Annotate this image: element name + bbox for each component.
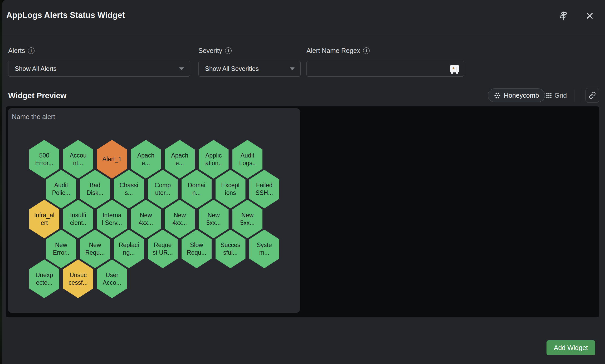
- alert-hexagon-label: ert: [41, 219, 48, 227]
- honeycomb-view-toggle[interactable]: Honeycomb: [488, 88, 545, 102]
- alert-hexagon[interactable]: BadDisk...: [80, 170, 110, 209]
- alert-hexagon-label: Error...: [35, 159, 53, 167]
- severity-dropdown-value: Show All Severities: [205, 65, 259, 72]
- alert-hexagon[interactable]: NewRequ...: [80, 230, 110, 268]
- alert-hexagon-label: ng...: [123, 249, 135, 257]
- alert-hexagon-label: sful...: [223, 249, 238, 257]
- alert-hexagon-label: 5xx...: [206, 219, 221, 227]
- alert-hexagon[interactable]: Computer...: [148, 170, 178, 209]
- alert-hexagon[interactable]: Unsuccessf...: [63, 259, 93, 298]
- grid-view-toggle[interactable]: Grid: [545, 88, 567, 102]
- alert-hexagon-label: Bad: [90, 181, 100, 189]
- widget-preview-panel: Name the alert 500Error...Account...Aler…: [8, 108, 300, 313]
- alert-hexagon-label: 5xx...: [240, 219, 255, 227]
- alert-hexagon-label: Accou: [70, 152, 87, 159]
- alert-hexagon-label: 4xx...: [139, 219, 153, 227]
- alert-hexagon-label: Applic: [205, 152, 222, 159]
- alert-hexagon-label: e...: [142, 159, 150, 167]
- alert-hexagon-label: User: [106, 271, 119, 279]
- alert-hexagon-label: n...: [192, 189, 201, 197]
- header-divider: [2, 34, 605, 34]
- alert-hexagon[interactable]: New4xx...: [165, 200, 195, 238]
- alerts-info-icon[interactable]: i: [28, 47, 35, 54]
- alert-hexagon-label: ecte...: [36, 279, 53, 287]
- severity-dropdown[interactable]: Show All Severities: [198, 61, 301, 77]
- alert-hexagon-label: New: [174, 211, 186, 219]
- alert-hexagon-label: l Serv...: [102, 219, 122, 227]
- alert-hexagon[interactable]: Insufficient..: [63, 200, 93, 238]
- alert-hexagon-label: Reque: [154, 241, 172, 249]
- alert-hexagon-label: e...: [175, 159, 184, 167]
- honeycomb-grid: 500Error...Account...Alert_1Apache...Apa…: [8, 108, 300, 313]
- severity-field: Severity i Show All Severities: [198, 47, 301, 77]
- alert-hexagon-label: uter...: [155, 189, 170, 197]
- alert-hexagon[interactable]: New5xx...: [232, 200, 262, 238]
- link-icon: [589, 92, 596, 99]
- link-button[interactable]: [586, 88, 599, 103]
- alert-hexagon-label: 500: [39, 152, 49, 159]
- alert-hexagon-label: ions: [225, 189, 236, 197]
- severity-info-icon[interactable]: i: [225, 47, 232, 54]
- add-widget-button[interactable]: Add Widget: [547, 340, 595, 355]
- alerts-dropdown[interactable]: Show All Alerts: [8, 61, 190, 77]
- alert-hexagon[interactable]: Replacing...: [114, 230, 144, 268]
- alert-hexagon-label: Alert_1: [103, 155, 122, 163]
- alert-hexagon-label: Unexp: [36, 271, 53, 279]
- alert-name-regex-field: Alert Name Regex i *|: [306, 47, 464, 77]
- alert-hexagon-label: New: [241, 211, 253, 219]
- alert-hexagon[interactable]: 500Error...: [29, 140, 59, 179]
- regex-icon[interactable]: *|: [450, 65, 459, 72]
- alert-hexagon[interactable]: Apache...: [165, 140, 195, 179]
- alert-hexagon[interactable]: Domain...: [182, 170, 212, 209]
- widget-layout-button[interactable]: [558, 10, 569, 22]
- alert-hexagon-label: Domai: [188, 181, 205, 189]
- alert-hexagon[interactable]: Application..: [199, 140, 229, 179]
- alert-hexagon[interactable]: Account...: [63, 140, 93, 179]
- alert-hexagon[interactable]: Exceptions: [216, 170, 246, 209]
- alert-hexagon-label: Unsuc: [70, 271, 87, 279]
- alert-hexagon-label: New: [55, 241, 67, 249]
- alert-name-regex-info-icon[interactable]: i: [363, 47, 370, 54]
- alert-hexagon-label: st UR...: [153, 249, 173, 257]
- alert-hexagon-label: Logs..: [239, 159, 256, 167]
- alert-hexagon[interactable]: System...: [249, 230, 279, 268]
- alert-hexagon[interactable]: UserAcco...: [97, 259, 127, 298]
- alerts-field: Alerts i Show All Alerts: [8, 47, 190, 77]
- honeycomb-icon: [494, 92, 501, 99]
- alert-hexagon[interactable]: NewError..: [46, 230, 76, 268]
- alert-name-regex-box: *|: [306, 61, 464, 77]
- alerts-dropdown-value: Show All Alerts: [15, 65, 57, 72]
- alert-hexagon[interactable]: Internal Serv...: [97, 200, 127, 238]
- alert-hexagon-label: Apach: [171, 152, 188, 159]
- alert-hexagon[interactable]: Chassis...: [114, 170, 144, 209]
- alert-hexagon-label: nt...: [73, 159, 83, 167]
- alert-hexagon[interactable]: FailedSSH...: [249, 170, 279, 209]
- alert-hexagon-label: New: [89, 241, 101, 249]
- alert-hexagon-label: cessf...: [69, 279, 88, 287]
- alert-hexagon-label: ation..: [205, 159, 222, 167]
- alert-hexagon[interactable]: New4xx...: [131, 200, 161, 238]
- alert-hexagon-label: Failed: [256, 181, 273, 189]
- alert-hexagon[interactable]: SlowRequ...: [182, 230, 212, 268]
- close-button[interactable]: [584, 10, 596, 22]
- alert-hexagon[interactable]: Apache...: [131, 140, 161, 179]
- alert-hexagon[interactable]: Infra_alert: [29, 200, 59, 238]
- alert-hexagon[interactable]: AuditPolic...: [46, 170, 76, 209]
- honeycomb-toggle-label: Honeycomb: [504, 92, 539, 99]
- alert-hexagon[interactable]: AuditLogs..: [232, 140, 262, 179]
- widget-preview-heading: Widget Preview: [8, 91, 66, 100]
- alert-hexagon[interactable]: Unexpecte...: [29, 259, 59, 298]
- alert-name-regex-input[interactable]: [313, 61, 450, 77]
- toolbar-separator: [581, 90, 581, 102]
- alert-hexagon[interactable]: Alert_1: [97, 140, 127, 179]
- alert-hexagon-label: Infra_al: [34, 211, 55, 219]
- alert-hexagon[interactable]: Request UR...: [148, 230, 178, 268]
- alert-hexagon-label: Audit: [241, 152, 254, 159]
- alert-hexagon[interactable]: Successful...: [216, 230, 246, 268]
- alert-hexagon[interactable]: New5xx...: [199, 200, 229, 238]
- chevron-down-icon: [290, 67, 295, 70]
- alert-hexagon-label: Slow: [190, 241, 203, 249]
- alert-hexagon-label: Except: [221, 181, 240, 189]
- alert-hexagon-label: Syste: [257, 241, 272, 249]
- close-icon: [586, 12, 594, 20]
